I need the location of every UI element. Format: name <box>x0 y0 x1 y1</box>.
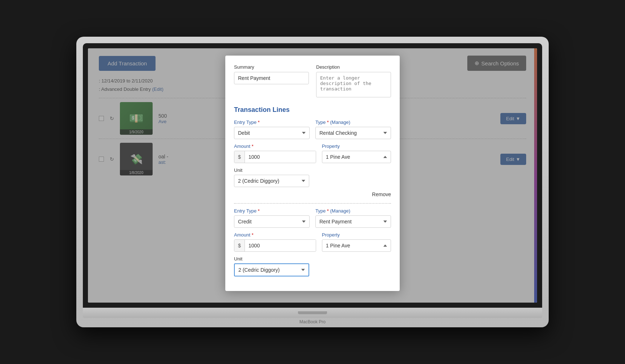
line1-amount-input[interactable] <box>245 151 316 163</box>
line2-property-label: Property <box>322 232 391 238</box>
line2-entry-type-label: Entry Type * <box>234 208 310 214</box>
modal-overlay: Summary Description Transaction Lines <box>88 48 537 303</box>
line1-amount-group: $ <box>234 151 316 163</box>
line2-unit-select[interactable]: 2 (Cedric Diggory) <box>234 263 309 276</box>
line2-amount-field: Amount * $ <box>234 232 316 252</box>
line1-entry-type-field: Entry Type * Debit Credit <box>234 120 310 139</box>
line2-property-select[interactable]: 1 Pine Ave <box>322 239 391 252</box>
line1-amount-property-row: Amount * $ Property <box>234 143 391 163</box>
line2-amount-input[interactable] <box>245 240 316 251</box>
line2-dollar-sign: $ <box>234 240 245 251</box>
line1-property-field: Property 1 Pine Ave <box>322 143 391 163</box>
summary-field: Summary <box>234 64 309 99</box>
description-field: Description <box>316 64 391 99</box>
line2-type-select[interactable]: Rent Payment <box>315 215 391 228</box>
laptop-notch <box>298 311 327 314</box>
modal-top-section: Summary Description <box>234 64 391 99</box>
line2-unit-row: Unit 2 (Cedric Diggory) <box>234 256 391 276</box>
line1-required-mark: * <box>258 120 260 125</box>
line1-amount-label: Amount * <box>234 143 316 149</box>
macbook-label: MacBook Pro <box>83 318 542 327</box>
line2-amount-property-row: Amount * $ Property <box>234 232 391 252</box>
line1-type-select[interactable]: Rental Checking <box>315 127 391 139</box>
section-divider <box>234 203 391 204</box>
line1-amount-field: Amount * $ <box>234 143 316 163</box>
line2-property-field: Property 1 Pine Ave <box>322 232 391 252</box>
line2-entry-type-field: Entry Type * Debit Credit <box>234 208 310 228</box>
description-label: Description <box>316 64 391 70</box>
line1-unit-row: Unit 2 (Cedric Diggory) <box>234 167 391 187</box>
line2-required-mark: * <box>258 208 260 214</box>
line1-unit-select[interactable]: 2 (Cedric Diggory) <box>234 175 309 187</box>
line1-unit-field: Unit 2 (Cedric Diggory) <box>234 167 309 187</box>
description-textarea[interactable] <box>316 72 391 97</box>
summary-label: Summary <box>234 64 309 70</box>
transaction-line-2: Entry Type * Debit Credit <box>234 208 391 276</box>
line1-manage-link[interactable]: (Manage) <box>330 120 351 125</box>
line2-unit-label: Unit <box>234 256 309 262</box>
line2-amount-label: Amount * <box>234 232 316 238</box>
line2-type-field: Type * (Manage) Rent Payment <box>315 208 391 228</box>
laptop-base <box>83 308 542 318</box>
line1-dollar-sign: $ <box>234 151 245 163</box>
line1-entry-type-select[interactable]: Debit Credit <box>234 127 310 139</box>
line1-type-field: Type * (Manage) Rental Checking <box>315 120 391 139</box>
summary-input[interactable] <box>234 72 309 84</box>
line2-entry-type-select[interactable]: Debit Credit <box>234 215 310 228</box>
line2-type-label: Type * (Manage) <box>315 208 391 214</box>
line2-amount-group: $ <box>234 239 316 252</box>
add-transaction-modal: Summary Description Transaction Lines <box>225 56 400 291</box>
line1-type-label: Type * (Manage) <box>315 120 391 125</box>
line1-property-label: Property <box>322 143 391 149</box>
line2-manage-link[interactable]: (Manage) <box>330 208 351 214</box>
transaction-line-1: Entry Type * Debit Credit <box>234 120 391 197</box>
line1-property-select[interactable]: 1 Pine Ave <box>322 151 391 163</box>
line1-remove-link[interactable]: Remove <box>234 191 391 197</box>
line2-type-row: Entry Type * Debit Credit <box>234 208 391 228</box>
line1-entry-type-label: Entry Type * <box>234 120 310 125</box>
line1-type-row: Entry Type * Debit Credit <box>234 120 391 139</box>
line2-unit-field: Unit 2 (Cedric Diggory) <box>234 256 309 276</box>
transaction-lines-title: Transaction Lines <box>234 106 391 114</box>
line1-unit-label: Unit <box>234 167 309 173</box>
